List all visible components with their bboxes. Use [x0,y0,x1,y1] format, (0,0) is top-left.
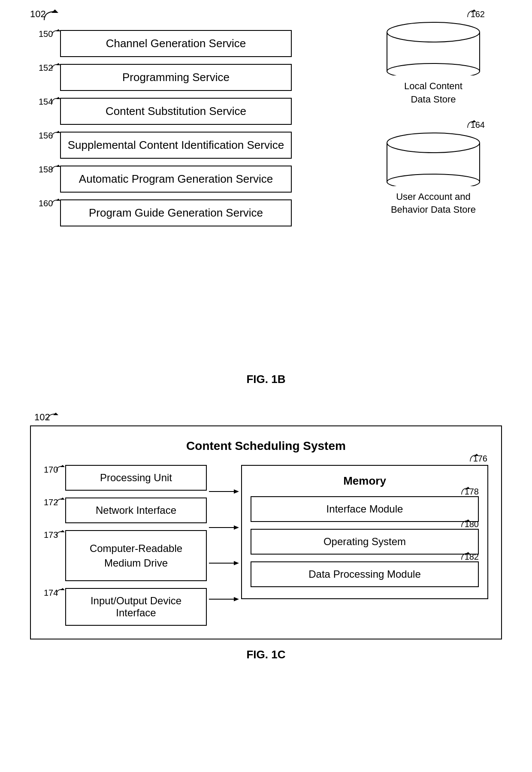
unit-row-0: 170 Processing Unit [44,465,207,491]
fig1c-outer-box: Content Scheduling System 170 Processing… [30,425,502,639]
fig1c-memory-box: 176 Memory 178 Interface Module [241,465,488,599]
cylinder-body-0 [386,33,481,75]
datastore-1: 164 User Account andBehavior Data Store [382,132,485,217]
datastore-label-1: User Account andBehavior Data Store [391,190,476,217]
unit-box-1: Network Interface [65,498,207,523]
service-ref-arrow-2 [51,97,61,106]
service-box-1: Programming Service [60,64,292,91]
service-box-2: Content Substitution Service [60,98,292,125]
unit-row-2: 173 Computer-ReadableMedium Drive [44,530,207,581]
unit-ref-arrow-1 [56,498,65,505]
fig1c-inner: 170 Processing Unit 172 [44,465,488,626]
connect-arrow-1 [209,523,239,532]
svg-marker-25 [234,525,239,530]
module-row-2: 182 Data Processing Module [251,561,479,587]
fig1b-section: 102 150 Channel Generation Service 152 [30,9,502,395]
fig1c-main-ref: 102 [34,412,50,423]
module-row-0: 178 Interface Module [251,496,479,522]
unit-ref-arrow-2 [56,530,65,538]
unit-row-3: 174 Input/Output Device Interface [44,588,207,626]
fig1c-section: 102 Content Scheduling System 170 Proces [9,412,523,661]
service-row-0: 150 Channel Generation Service [39,30,292,57]
svg-marker-27 [234,561,239,565]
datastore-ref-arrow-1 [466,120,477,130]
module-row-1: 180 Operating System [251,529,479,555]
cylinder-body-1 [386,143,481,186]
svg-marker-29 [234,597,239,601]
fig1c-ref-arrow [46,413,59,422]
service-box-5: Program Guide Generation Service [60,199,292,226]
service-box-3: Supplemental Content Identification Serv… [60,132,292,159]
memory-title: Memory [251,474,479,488]
module-ref-arrow-0 [460,487,471,496]
svg-marker-23 [234,489,239,494]
module-box-1: Operating System [251,529,479,555]
unit-box-2: Computer-ReadableMedium Drive [65,530,207,581]
service-ref-arrow-5 [51,199,61,207]
fig1c-caption: FIG. 1C [9,648,523,661]
unit-row-1: 172 Network Interface [44,498,207,523]
datastore-ref-arrow-0 [466,9,477,19]
fig1c-title: Content Scheduling System [44,439,488,453]
unit-ref-arrow-0 [56,465,65,473]
service-row-3: 156 Supplemental Content Identification … [39,132,292,159]
datastore-0: 162 Local ContentData Store [382,21,485,106]
unit-box-0: Processing Unit [65,465,207,491]
unit-ref-arrow-3 [56,588,65,596]
service-ref-arrow-0 [51,29,61,38]
fig1b-caption: FIG. 1B [30,373,502,386]
memory-ref-arrow [469,454,480,463]
module-ref-arrow-1 [460,519,471,529]
service-row-4: 158 Automatic Program Generation Service [39,166,292,193]
datastore-label-0: Local ContentData Store [404,80,462,106]
fig1b-arrow [42,9,59,22]
fig1c-arrows [207,465,241,626]
service-ref-arrow-4 [51,165,61,173]
svg-marker-0 [51,9,58,13]
svg-point-11 [387,63,480,75]
service-row-1: 152 Programming Service [39,64,292,91]
fig1b-left-col: 150 Channel Generation Service 152 Progr… [39,30,292,233]
unit-box-3: Input/Output Device Interface [65,588,207,626]
fig1b-right-col: 162 Local ContentData Store 164 [373,21,493,217]
service-ref-arrow-3 [51,131,61,139]
service-row-2: 154 Content Substitution Service [39,98,292,125]
service-box-4: Automatic Program Generation Service [60,166,292,193]
service-row-5: 160 Program Guide Generation Service [39,199,292,226]
service-ref-arrow-1 [51,63,61,72]
connect-arrow-3 [209,595,239,603]
module-ref-arrow-2 [460,552,471,561]
connect-arrow-0 [209,487,239,496]
module-box-0: Interface Module [251,496,479,522]
fig1c-left-col: 170 Processing Unit 172 [44,465,207,626]
svg-point-16 [387,174,480,186]
module-box-2: Data Processing Module [251,561,479,587]
connect-arrow-2 [209,559,239,567]
service-box-0: Channel Generation Service [60,30,292,57]
